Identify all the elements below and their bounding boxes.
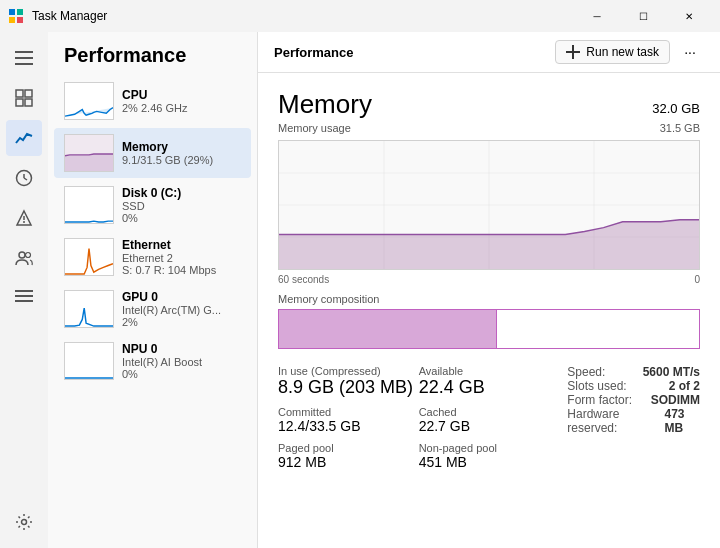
- svg-point-17: [19, 252, 25, 258]
- svg-point-18: [26, 253, 31, 258]
- in-use-label: In use (Compressed): [278, 365, 419, 377]
- npu-mini-chart: [64, 342, 114, 380]
- gpu-item-sub2: 2%: [122, 316, 221, 328]
- minimize-button[interactable]: ─: [574, 0, 620, 32]
- sidebar-item-disk[interactable]: Disk 0 (C:) SSD 0%: [54, 180, 251, 230]
- sidebar-item-cpu[interactable]: CPU 2% 2.46 GHz: [54, 76, 251, 126]
- chart-time-labels: 60 seconds 0: [278, 274, 700, 285]
- svg-rect-4: [15, 51, 33, 53]
- speed-value: 5600 MT/s: [643, 365, 700, 379]
- maximize-button[interactable]: ☐: [620, 0, 666, 32]
- svg-rect-0: [9, 9, 15, 15]
- in-use-value: 8.9 GB (203 MB): [278, 377, 419, 398]
- svg-rect-9: [16, 99, 23, 106]
- icon-strip: [0, 32, 48, 548]
- committed-value: 12.4/33.5 GB: [278, 418, 419, 434]
- history-nav-item[interactable]: [6, 160, 42, 196]
- svg-rect-10: [25, 99, 32, 106]
- memory-usage-chart: [278, 140, 700, 270]
- stats-col2: Available 22.4 GB Cached 22.7 GB Non-pag…: [419, 361, 560, 474]
- close-button[interactable]: ✕: [666, 0, 712, 32]
- ethernet-mini-chart: [64, 238, 114, 276]
- stats-col1: In use (Compressed) 8.9 GB (203 MB) Comm…: [278, 361, 419, 474]
- users-nav-item[interactable]: [6, 240, 42, 276]
- svg-rect-8: [25, 90, 32, 97]
- details-nav-item[interactable]: [6, 280, 42, 316]
- gpu-item-name: GPU 0: [122, 290, 221, 304]
- sidebar-item-npu[interactable]: NPU 0 Intel(R) AI Boost 0%: [54, 336, 251, 386]
- cached-stat: Cached 22.7 GB: [419, 402, 560, 438]
- memory-item-sub: 9.1/31.5 GB (29%): [122, 154, 213, 166]
- form-row: Form factor: SODIMM: [567, 393, 700, 407]
- memory-mini-chart: [64, 134, 114, 172]
- form-value: SODIMM: [651, 393, 700, 407]
- eth-item-name: Ethernet: [122, 238, 216, 252]
- memory-usage-label: Memory usage: [278, 122, 351, 134]
- slots-row: Slots used: 2 of 2: [567, 379, 700, 393]
- app-body: Performance CPU 2% 2.46 GHz Mem: [0, 32, 720, 548]
- svg-point-16: [23, 221, 25, 223]
- in-use-stat: In use (Compressed) 8.9 GB (203 MB): [278, 361, 419, 402]
- titlebar-title: Task Manager: [32, 9, 574, 23]
- performance-nav-item[interactable]: [6, 120, 42, 156]
- svg-rect-20: [15, 295, 33, 297]
- svg-rect-19: [15, 290, 33, 292]
- app-icon: [8, 8, 24, 24]
- processes-nav-item[interactable]: [6, 80, 42, 116]
- svg-rect-5: [15, 57, 33, 59]
- svg-rect-6: [15, 63, 33, 65]
- sidebar-item-ethernet[interactable]: Ethernet Ethernet 2 S: 0.7 R: 104 Mbps: [54, 232, 251, 282]
- cpu-item-sub: 2% 2.46 GHz: [122, 102, 187, 114]
- gpu-mini-chart: [64, 290, 114, 328]
- eth-item-sub2: S: 0.7 R: 104 Mbps: [122, 264, 216, 276]
- slots-label: Slots used:: [567, 379, 626, 393]
- cached-value: 22.7 GB: [419, 418, 560, 434]
- available-value: 22.4 GB: [419, 377, 560, 398]
- available-label: Available: [419, 365, 560, 377]
- disk-item-sub2: 0%: [122, 212, 181, 224]
- svg-rect-7: [16, 90, 23, 97]
- sidebar-item-memory[interactable]: Memory 9.1/31.5 GB (29%): [54, 128, 251, 178]
- gpu-item-sub1: Intel(R) Arc(TM) G...: [122, 304, 221, 316]
- cpu-mini-chart: [64, 82, 114, 120]
- settings-nav-item[interactable]: [6, 504, 42, 540]
- time-left-label: 60 seconds: [278, 274, 329, 285]
- disk-item-sub1: SSD: [122, 200, 181, 212]
- nonpaged-stat: Non-paged pool 451 MB: [419, 438, 560, 474]
- nonpaged-label: Non-paged pool: [419, 442, 560, 454]
- svg-rect-3: [17, 17, 23, 23]
- hw-reserved-value: 473 MB: [664, 407, 700, 435]
- mem-comp-used-segment: [279, 310, 497, 348]
- run-task-label: Run new task: [586, 45, 659, 59]
- stats-col3: Speed: 5600 MT/s Slots used: 2 of 2 Form…: [559, 361, 700, 474]
- memory-header: Memory 32.0 GB: [278, 89, 700, 120]
- memory-total: 32.0 GB: [652, 101, 700, 116]
- time-right-label: 0: [694, 274, 700, 285]
- svg-rect-2: [9, 17, 15, 23]
- titlebar-controls: ─ ☐ ✕: [574, 0, 712, 32]
- memory-composition-bar: [278, 309, 700, 349]
- npu-item-name: NPU 0: [122, 342, 202, 356]
- svg-rect-1: [17, 9, 23, 15]
- memory-item-name: Memory: [122, 140, 213, 154]
- main-topbar: Performance Run new task ···: [258, 32, 720, 73]
- svg-rect-21: [15, 300, 33, 302]
- nav-menu-button[interactable]: [6, 40, 42, 76]
- svg-line-13: [24, 178, 27, 180]
- sidebar-item-gpu[interactable]: GPU 0 Intel(R) Arc(TM) G... 2%: [54, 284, 251, 334]
- hw-reserved-row: Hardware reserved: 473 MB: [567, 407, 700, 435]
- startup-nav-item[interactable]: [6, 200, 42, 236]
- memory-usage-sublabel: 31.5 GB: [660, 122, 700, 138]
- slots-value: 2 of 2: [669, 379, 700, 393]
- hw-reserved-label: Hardware reserved:: [567, 407, 656, 435]
- speed-label: Speed:: [567, 365, 605, 379]
- sidebar-title: Performance: [48, 32, 257, 75]
- more-options-button[interactable]: ···: [676, 38, 704, 66]
- memory-title: Memory: [278, 89, 372, 120]
- paged-value: 912 MB: [278, 454, 419, 470]
- run-new-task-button[interactable]: Run new task: [555, 40, 670, 64]
- mem-comp-free-segment: [497, 310, 699, 348]
- paged-stat: Paged pool 912 MB: [278, 438, 419, 474]
- svg-point-22: [22, 520, 27, 525]
- form-label: Form factor:: [567, 393, 632, 407]
